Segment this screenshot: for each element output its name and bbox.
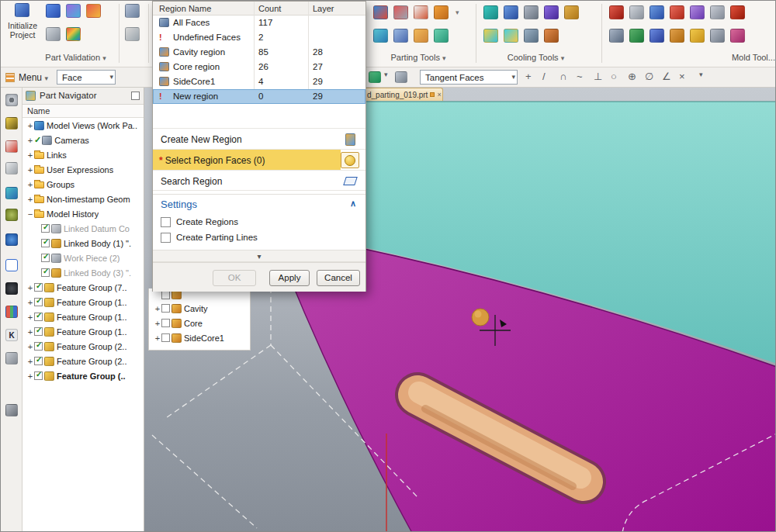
tree-item-work-piece[interactable]: ✓ Work Piece (2) xyxy=(23,250,144,265)
checkbox-icon[interactable]: ✓ xyxy=(34,371,43,380)
part-navigator-icon[interactable] xyxy=(5,162,18,174)
expand-icon[interactable]: + xyxy=(26,283,34,292)
examine-geometry-icon[interactable] xyxy=(46,27,61,41)
selection-filter-icon[interactable] xyxy=(369,71,381,83)
mold-icon-3[interactable] xyxy=(650,5,664,19)
expand-icon[interactable]: + xyxy=(26,165,34,174)
checkbox-icon[interactable]: ✓ xyxy=(34,342,43,351)
tree-item-feature-group-3[interactable]: + ✓ Feature Group (1.. xyxy=(23,309,144,324)
apply-button[interactable]: Apply xyxy=(269,270,310,286)
checkbox-icon[interactable]: ✓ xyxy=(34,327,43,336)
select-region-faces-row[interactable]: *Select Region Faces (0) xyxy=(153,149,365,170)
touch-mode-icon[interactable] xyxy=(5,404,18,416)
region-row-sidecore1[interactable]: SideCore1429 xyxy=(153,74,365,89)
tree-item-linked-datum[interactable]: ✓ Linked Datum Co xyxy=(23,221,144,236)
search-region-button[interactable] xyxy=(341,173,359,189)
cooling-icon-6[interactable] xyxy=(483,29,498,43)
tree-item-cameras[interactable]: + ✓ Cameras xyxy=(23,133,144,147)
region-row-new-region-selected[interactable]: ! New region029 xyxy=(153,89,365,104)
expand-icon[interactable]: + xyxy=(26,357,34,366)
roles-gear-icon[interactable] xyxy=(5,94,18,106)
parting-icon-5[interactable] xyxy=(373,29,388,43)
draft-analysis-icon[interactable] xyxy=(66,27,81,41)
parting-tools-group-label[interactable]: Parting Tools ▾ xyxy=(372,53,465,62)
parting-icon-6[interactable] xyxy=(393,29,408,43)
create-new-region-button[interactable] xyxy=(341,131,359,147)
tree-item-feature-group-7[interactable]: + ✓ Feature Group (.. xyxy=(23,368,144,383)
expand-icon[interactable]: + xyxy=(26,180,34,189)
tree-item-non-timestamp[interactable]: + Non-timestamp Geom xyxy=(23,192,144,206)
tree-item-feature-group-1[interactable]: + ✓ Feature Group (7.. xyxy=(23,280,144,295)
expand-icon[interactable]: + xyxy=(26,313,34,322)
region-row-core[interactable]: Core region2627 xyxy=(153,60,365,74)
undock-panel-icon[interactable] xyxy=(131,92,140,100)
settings-collapse-icon[interactable]: ∧ xyxy=(350,199,356,209)
col-region-name[interactable]: Region Name xyxy=(159,4,211,13)
mold-icon-9[interactable] xyxy=(629,29,644,43)
menu-grid-icon[interactable] xyxy=(5,73,15,82)
expand-icon[interactable]: + xyxy=(154,333,161,343)
create-new-region-row[interactable]: Create New Region xyxy=(153,128,365,149)
snap-cross-icon[interactable]: × xyxy=(679,71,685,82)
checkbox-icon[interactable] xyxy=(161,333,170,342)
settings-section-title[interactable]: Settings xyxy=(161,199,197,210)
toolbox-icon-1[interactable] xyxy=(125,4,140,18)
initialize-project-label[interactable]: Initialize Project xyxy=(2,21,43,40)
design-parting-surface-icon[interactable] xyxy=(414,5,428,19)
assembly-navigator-icon[interactable] xyxy=(5,117,18,130)
tree-item-linked-body-3[interactable]: ✓ Linked Body (3) ". xyxy=(23,265,144,280)
mold-icon-10[interactable] xyxy=(650,29,664,43)
cooling-icon-3[interactable] xyxy=(524,5,539,19)
snap-point-icon[interactable]: + xyxy=(525,71,532,82)
snap-empty-icon[interactable]: ∅ xyxy=(645,71,653,82)
process-studio-icon[interactable] xyxy=(5,306,18,318)
mold-icon-8[interactable] xyxy=(609,29,624,43)
select-faces-button[interactable] xyxy=(341,152,359,168)
parting-icon-7[interactable] xyxy=(414,29,428,43)
filter-dropdown-icon[interactable]: ▾ xyxy=(384,71,388,78)
snap-perpendicular-icon[interactable]: ⊥ xyxy=(594,71,602,82)
part-file-tab[interactable]: d_parting_019.prt × xyxy=(364,88,443,101)
checkbox-icon[interactable]: ✓ xyxy=(34,357,43,365)
tree-item-core[interactable]: + Core xyxy=(149,316,250,330)
tree-item-feature-group-2[interactable]: + ✓ Feature Group (1.. xyxy=(23,295,144,309)
tree-item-feature-group-5[interactable]: + ✓ Feature Group (2.. xyxy=(23,339,144,354)
dialog-collapse-handle[interactable]: ▾ xyxy=(153,250,365,262)
initialize-project-icon[interactable] xyxy=(15,3,29,17)
col-count[interactable]: Count xyxy=(258,4,281,13)
snap-line-icon[interactable]: / xyxy=(542,71,546,82)
mold-icon-13[interactable] xyxy=(710,29,725,43)
expand-icon[interactable]: + xyxy=(154,304,161,313)
snap-curve-icon[interactable]: ~ xyxy=(577,71,583,82)
parting-overflow-icon[interactable]: ▾ xyxy=(456,9,459,16)
tree-item-model-views[interactable]: + Model Views (Work Pa.. xyxy=(23,118,144,133)
hd3d-tools-icon[interactable] xyxy=(5,209,18,221)
mold-icon-14[interactable] xyxy=(730,29,745,43)
checkbox-icon[interactable] xyxy=(161,319,170,327)
history-clock-icon[interactable] xyxy=(5,282,18,295)
expand-icon[interactable]: + xyxy=(26,121,34,130)
cooling-icon-2[interactable] xyxy=(504,5,518,19)
region-row-all-faces[interactable]: All Faces117 xyxy=(153,16,365,30)
checkbox-icon[interactable]: ✓ xyxy=(34,313,43,321)
mold-icon-5[interactable] xyxy=(690,5,705,19)
system-scenes-icon[interactable] xyxy=(5,352,18,364)
checkbox-icon[interactable]: ✓ xyxy=(34,298,43,306)
web-browser-icon[interactable] xyxy=(5,233,18,246)
checkbox-icon[interactable] xyxy=(161,304,170,313)
create-parting-lines-checkbox[interactable] xyxy=(161,233,171,243)
define-regions-icon[interactable] xyxy=(393,5,408,19)
mold-icon-7[interactable] xyxy=(730,5,745,19)
tree-item-sidecore1[interactable]: + SideCore1 xyxy=(149,330,250,345)
tree-item-user-expressions[interactable]: + User Expressions xyxy=(23,162,144,177)
cooling-icon-1[interactable] xyxy=(483,5,498,19)
edit-parting-icon[interactable] xyxy=(434,5,449,19)
part-validation-group-label[interactable]: Part Validation ▾ xyxy=(35,53,116,62)
search-region-row[interactable]: Search Region xyxy=(153,170,365,191)
name-column-header[interactable]: Name xyxy=(23,105,144,118)
menu-button[interactable]: Menu ▾ xyxy=(19,72,48,83)
cooling-icon-8[interactable] xyxy=(524,29,539,43)
checkbox-icon[interactable]: ✓ xyxy=(41,239,50,247)
constraint-navigator-icon[interactable] xyxy=(5,140,18,153)
snap-overflow-icon[interactable]: ▾ xyxy=(699,71,703,78)
